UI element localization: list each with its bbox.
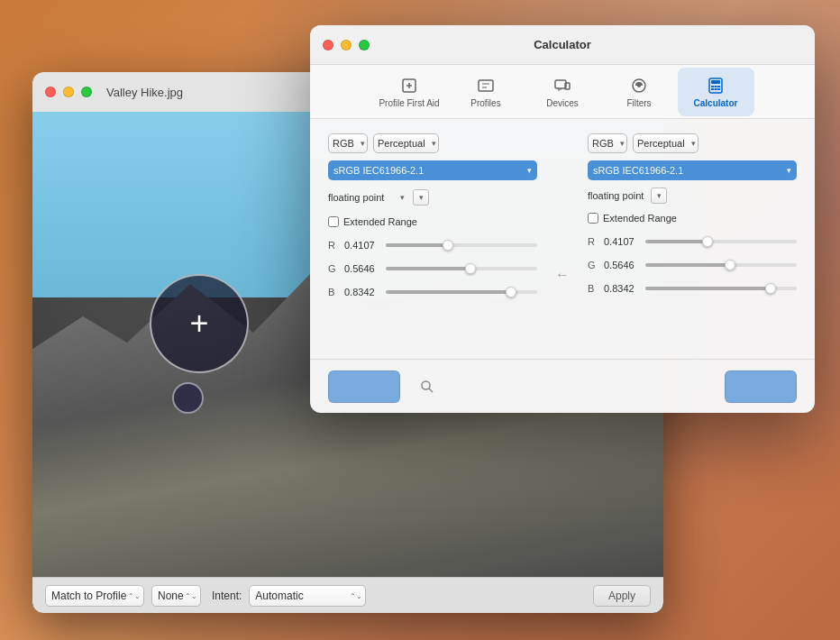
toolbar-item-profiles[interactable]: Profiles — [448, 68, 525, 116]
toolbar-label-profiles: Profiles — [470, 98, 500, 108]
svg-rect-2 — [555, 80, 566, 88]
right-color-space-row: RGB Perceptual — [588, 133, 797, 153]
calculator-icon — [706, 76, 726, 96]
right-color-space-select[interactable]: RGB — [588, 133, 627, 153]
photo-bottombar: Match to Profile None Intent: Automatic … — [32, 577, 663, 613]
devices-icon — [552, 76, 572, 96]
match-to-profile-wrapper[interactable]: Match to Profile — [45, 585, 144, 607]
left-fp-label: floating point — [328, 192, 384, 203]
svg-rect-12 — [715, 88, 717, 90]
right-extended-range-label: Extended Range — [603, 213, 677, 224]
toolbar-label-devices: Devices — [546, 98, 579, 108]
left-r-label: R — [328, 240, 337, 251]
left-b-label: B — [328, 287, 337, 297]
left-profile-row: sRGB IEC61966-2.1 — [328, 160, 537, 180]
right-fp-dropdown-btn[interactable]: ▾ — [651, 187, 667, 204]
toolbar-label-calculator: Calculator — [694, 98, 738, 108]
svg-rect-11 — [711, 88, 714, 90]
right-profile-row: sRGB IEC61966-2.1 — [588, 160, 797, 180]
right-g-track[interactable] — [645, 263, 797, 267]
right-bitdepth-row: floating point ▾ — [588, 187, 797, 204]
right-r-row: R 0.4107 — [588, 236, 797, 247]
svg-rect-3 — [565, 83, 570, 89]
left-r-track[interactable] — [386, 243, 537, 247]
toolbar-item-devices[interactable]: Devices — [525, 68, 601, 116]
color-indicator-circle — [172, 382, 204, 414]
left-b-track[interactable] — [386, 290, 537, 294]
toolbar-item-profile-first-aid[interactable]: Profile First Aid — [371, 68, 448, 116]
apply-button[interactable]: Apply — [593, 585, 651, 607]
right-extended-range-checkbox[interactable] — [588, 213, 598, 224]
right-g-value: 0.5646 — [604, 260, 638, 270]
left-color-space-select[interactable]: RGB — [328, 133, 368, 153]
left-b-row: B 0.8342 — [328, 287, 537, 297]
right-profile-wrap[interactable]: sRGB IEC61966-2.1 — [588, 160, 797, 180]
left-fp-wrap[interactable]: ▾ — [389, 187, 407, 207]
calc-maximize-button[interactable] — [359, 40, 370, 50]
left-color-swatch[interactable] — [328, 370, 400, 403]
right-g-row: G 0.5646 — [588, 260, 797, 270]
left-r-value: 0.4107 — [344, 240, 379, 251]
svg-rect-9 — [715, 86, 717, 87]
right-fp-label: floating point — [588, 190, 644, 201]
close-button[interactable] — [45, 87, 56, 97]
calc-minimize-button[interactable] — [341, 40, 352, 50]
right-b-row: B 0.8342 — [588, 283, 797, 294]
svg-point-14 — [422, 381, 430, 389]
svg-rect-8 — [711, 86, 714, 87]
intent-select[interactable]: Automatic — [249, 585, 366, 607]
profile-none-wrapper[interactable]: None — [151, 585, 201, 607]
calc-window-title: Calculator — [534, 38, 591, 51]
right-b-value: 0.8342 — [604, 283, 638, 294]
search-icon — [420, 379, 434, 394]
toolbar-label-filters: Filters — [626, 98, 651, 108]
left-g-track[interactable] — [386, 267, 537, 270]
calc-close-button[interactable] — [323, 40, 333, 50]
left-b-value: 0.8342 — [344, 287, 379, 297]
profiles-icon — [476, 76, 496, 96]
left-extended-range-checkbox[interactable] — [328, 216, 339, 227]
right-color-space-wrap[interactable]: RGB — [588, 133, 627, 153]
left-extended-range-row: Extended Range — [328, 216, 537, 227]
left-rendering-intent-wrap[interactable]: Perceptual — [373, 133, 439, 153]
svg-point-5 — [637, 84, 641, 87]
toolbar-label-profile-first-aid: Profile First Aid — [379, 98, 439, 108]
svg-rect-13 — [717, 88, 720, 90]
left-g-row: G 0.5646 — [328, 263, 537, 274]
eyedropper-circle[interactable]: + — [150, 274, 249, 373]
left-color-space-wrap[interactable]: RGB — [328, 133, 368, 153]
toolbar-item-calculator[interactable]: Calculator — [678, 68, 754, 116]
right-r-track[interactable] — [645, 240, 797, 243]
right-rendering-intent-wrap[interactable]: Perceptual — [633, 133, 698, 153]
right-r-value: 0.4107 — [604, 236, 638, 247]
photo-window-title: Valley Hike.jpg — [106, 86, 183, 99]
right-rendering-intent-select[interactable]: Perceptual — [633, 133, 698, 153]
toolbar-item-filters[interactable]: Filters — [601, 68, 678, 116]
right-b-label: B — [588, 283, 597, 294]
right-panel: RGB Perceptual sRGB IEC61966-2.1 float — [588, 133, 797, 344]
intent-select-wrapper[interactable]: Automatic — [249, 585, 366, 607]
left-profile-wrap[interactable]: sRGB IEC61966-2.1 — [328, 160, 537, 180]
left-profile-select[interactable]: sRGB IEC61966-2.1 — [328, 160, 537, 180]
minimize-button[interactable] — [63, 87, 74, 97]
search-button[interactable] — [415, 374, 440, 399]
calc-body: RGB Perceptual sRGB IEC61966-2.1 float — [310, 119, 815, 359]
right-g-label: G — [588, 260, 597, 270]
match-to-profile-select[interactable]: Match to Profile — [45, 585, 144, 607]
left-extended-range-label: Extended Range — [343, 216, 417, 227]
left-g-value: 0.5646 — [344, 263, 379, 274]
plus-icon: + — [189, 305, 208, 343]
intent-label: Intent: — [212, 590, 242, 602]
left-color-space-row: RGB Perceptual — [328, 133, 537, 153]
left-r-row: R 0.4107 — [328, 240, 537, 251]
right-color-swatch[interactable] — [725, 370, 797, 403]
right-b-track[interactable] — [645, 287, 797, 290]
svg-rect-1 — [479, 80, 493, 91]
right-profile-select[interactable]: sRGB IEC61966-2.1 — [588, 160, 797, 180]
calculator-window: Calculator Profile First Aid Profiles — [310, 25, 815, 413]
left-rendering-intent-select[interactable]: Perceptual — [373, 133, 439, 153]
profile-none-select[interactable]: None — [151, 585, 201, 607]
left-fp-dropdown-btn[interactable]: ▾ — [413, 189, 429, 206]
svg-rect-10 — [717, 86, 720, 87]
maximize-button[interactable] — [81, 87, 92, 97]
